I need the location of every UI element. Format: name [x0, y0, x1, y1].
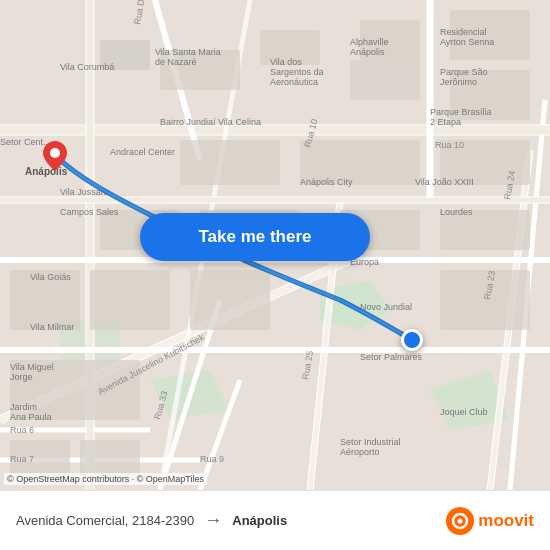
svg-text:Rua 6: Rua 6 [10, 425, 34, 435]
svg-text:Jorge: Jorge [10, 372, 33, 382]
svg-text:Vila Jussara: Vila Jussara [60, 187, 109, 197]
svg-text:Jerônimo: Jerônimo [440, 77, 477, 87]
svg-text:Lourdes: Lourdes [440, 207, 473, 217]
moovit-logo: moovit [446, 507, 534, 535]
route-from: Avenida Comercial, 2184-2390 [16, 513, 194, 528]
svg-text:Campos Sales: Campos Sales [60, 207, 119, 217]
route-to: Anápolis [232, 513, 287, 528]
svg-text:Novo Jundial: Novo Jundial [360, 302, 412, 312]
svg-text:Sargentos da: Sargentos da [270, 67, 324, 77]
svg-text:Rua 7: Rua 7 [10, 454, 34, 464]
svg-text:Aeronáutica: Aeronáutica [270, 77, 318, 87]
svg-text:de Nazaré: de Nazaré [155, 57, 197, 67]
svg-text:Vila Goiás: Vila Goiás [30, 272, 71, 282]
svg-text:Anápolis: Anápolis [350, 47, 385, 57]
svg-point-96 [458, 518, 463, 523]
svg-point-94 [50, 148, 60, 158]
svg-text:Vila Milmar: Vila Milmar [30, 322, 74, 332]
svg-text:Rua 9: Rua 9 [200, 454, 224, 464]
svg-text:Aéroporto: Aéroporto [340, 447, 380, 457]
svg-text:Vila João XXIII: Vila João XXIII [415, 177, 474, 187]
svg-text:Setor Palmares: Setor Palmares [360, 352, 423, 362]
svg-text:Parque São: Parque São [440, 67, 488, 77]
svg-text:Residencial: Residencial [440, 27, 487, 37]
route-arrow: → [204, 510, 222, 531]
map-attribution: © OpenStreetMap contributors · © OpenMap… [4, 473, 207, 485]
svg-text:Bairro Jundiaí Vila Celina: Bairro Jundiaí Vila Celina [160, 117, 261, 127]
svg-text:Vila dos: Vila dos [270, 57, 302, 67]
destination-marker [401, 329, 423, 351]
svg-text:Joquei Club: Joquei Club [440, 407, 488, 417]
svg-text:Rua 10: Rua 10 [435, 140, 464, 150]
svg-text:Vila Santa Maria: Vila Santa Maria [155, 47, 221, 57]
route-info: Avenida Comercial, 2184-2390 → Anápolis [16, 510, 287, 531]
moovit-logo-text: moovit [478, 511, 534, 531]
take-me-there-label: Take me there [198, 227, 311, 247]
svg-rect-34 [180, 140, 280, 185]
svg-text:Setor Industrial: Setor Industrial [340, 437, 401, 447]
svg-text:Ayrton Senna: Ayrton Senna [440, 37, 494, 47]
svg-text:Andracel Center: Andracel Center [110, 147, 175, 157]
take-me-there-button[interactable]: Take me there [140, 213, 370, 261]
svg-rect-42 [90, 270, 170, 330]
svg-text:Parque Brasília: Parque Brasília [430, 107, 492, 117]
svg-rect-43 [190, 270, 270, 330]
svg-text:Jardim: Jardim [10, 402, 37, 412]
moovit-logo-circle [446, 507, 474, 535]
map-container: Bairro Jundiaí Vila Celina Vila Jussara … [0, 0, 550, 490]
svg-text:Vila Miguel: Vila Miguel [10, 362, 54, 372]
svg-text:Anápolis City: Anápolis City [300, 177, 353, 187]
svg-text:Alphaville: Alphaville [350, 37, 389, 47]
bottom-bar: Avenida Comercial, 2184-2390 → Anápolis … [0, 490, 550, 550]
svg-text:2 Etapa: 2 Etapa [430, 117, 461, 127]
svg-text:Ana Paula: Ana Paula [10, 412, 52, 422]
svg-rect-33 [350, 60, 420, 100]
origin-marker [43, 141, 67, 175]
svg-text:Vila Corumbá: Vila Corumbá [60, 62, 114, 72]
